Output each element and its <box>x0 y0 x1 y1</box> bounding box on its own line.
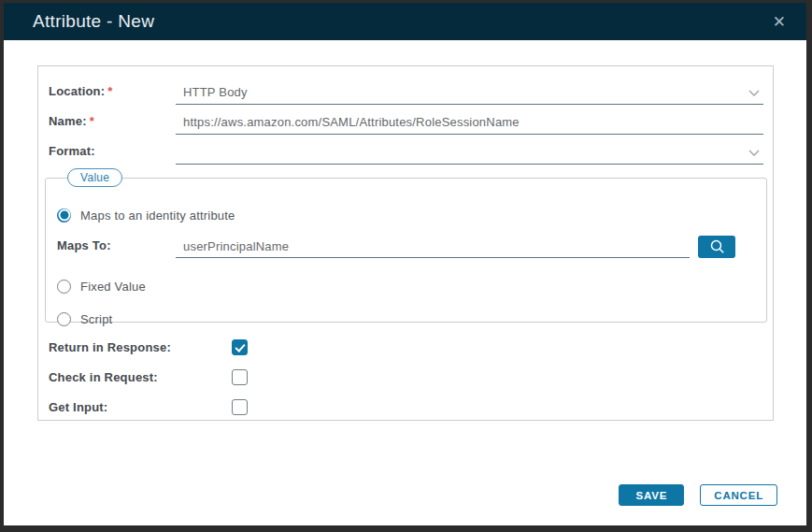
save-button[interactable]: SAVE <box>619 484 684 506</box>
check-in-request-row: Check in Request: <box>49 362 773 392</box>
chevron-down-icon <box>748 150 760 156</box>
maps-to-identity-radio-row: Maps to an identity attribute <box>57 206 755 224</box>
name-row: Name:* https://aws.amazon.com/SAML/Attri… <box>49 105 763 135</box>
checkbox-rows: Return in Response: Check in Request: Ge… <box>38 323 773 422</box>
maps-to-value: userPrincipalName <box>176 239 289 257</box>
name-required-mark: * <box>90 114 94 128</box>
location-value: HTTP Body <box>176 85 248 104</box>
location-select[interactable]: HTTP Body <box>176 75 763 105</box>
format-select[interactable] <box>176 135 763 165</box>
location-label-text: Location: <box>49 84 105 98</box>
name-value: https://aws.amazon.com/SAML/Attributes/R… <box>176 115 520 134</box>
format-label-text: Format: <box>49 144 95 158</box>
check-in-request-label: Check in Request: <box>49 370 232 384</box>
format-label: Format: <box>49 144 176 165</box>
return-in-response-row: Return in Response: <box>49 332 773 362</box>
value-section: Value Maps to an identity attribute Maps… <box>45 168 767 323</box>
name-label: Name:* <box>49 114 176 135</box>
script-radio-label: Script <box>80 312 112 326</box>
location-row: Location:* HTTP Body <box>49 75 763 105</box>
maps-to-row: Maps To: userPrincipalName <box>57 234 755 258</box>
script-radio[interactable] <box>57 312 71 326</box>
top-field-rows: Location:* HTTP Body Name:* https://aws.… <box>38 66 773 165</box>
attribute-new-dialog: Attribute - New ✕ Location:* HTTP Body N… <box>4 3 806 525</box>
location-required-mark: * <box>107 84 112 98</box>
maps-to-identity-radio-label: Maps to an identity attribute <box>80 208 235 223</box>
cancel-button[interactable]: CANCEL <box>700 484 777 506</box>
get-input-checkbox[interactable] <box>232 399 248 415</box>
fixed-value-radio-label: Fixed Value <box>80 280 146 294</box>
search-button[interactable] <box>698 236 735 258</box>
format-value <box>176 159 183 164</box>
check-in-request-checkbox[interactable] <box>232 369 248 385</box>
close-icon[interactable]: ✕ <box>769 12 790 32</box>
return-in-response-label: Return in Response: <box>49 340 232 354</box>
name-input[interactable]: https://aws.amazon.com/SAML/Attributes/R… <box>176 105 763 135</box>
location-label: Location:* <box>49 84 176 105</box>
chevron-down-icon <box>748 90 760 96</box>
get-input-label: Get Input: <box>49 400 232 414</box>
dialog-title: Attribute - New <box>33 11 154 32</box>
return-in-response-checkbox[interactable] <box>232 339 248 355</box>
maps-to-input[interactable]: userPrincipalName <box>176 234 690 258</box>
fixed-value-radio[interactable] <box>57 280 71 294</box>
value-section-legend: Value <box>67 168 122 187</box>
name-label-text: Name: <box>49 114 87 128</box>
search-icon <box>708 238 726 255</box>
dialog-footer: SAVE CANCEL <box>37 484 777 506</box>
maps-to-identity-radio[interactable] <box>57 208 71 223</box>
get-input-row: Get Input: <box>49 392 773 422</box>
maps-to-label: Maps To: <box>57 238 176 258</box>
fixed-value-radio-row: Fixed Value <box>57 277 755 295</box>
attribute-form-panel: Location:* HTTP Body Name:* https://aws.… <box>37 65 774 421</box>
format-row: Format: <box>49 135 763 165</box>
dialog-content: Location:* HTTP Body Name:* https://aws.… <box>4 40 806 525</box>
dialog-titlebar: Attribute - New ✕ <box>4 3 806 40</box>
